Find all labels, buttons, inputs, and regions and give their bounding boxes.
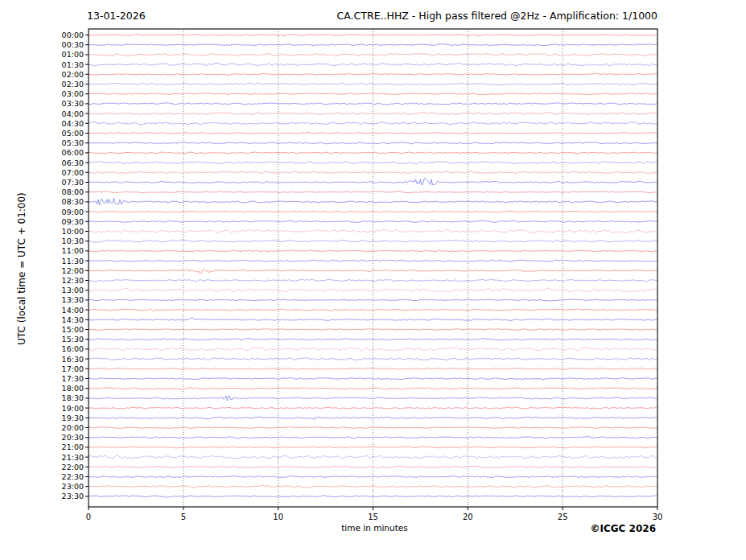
y-tick-label: 01:00 <box>0 50 84 59</box>
trace-row <box>89 485 657 488</box>
y-tick-label: 23:00 <box>0 482 84 491</box>
y-tick-label: 00:00 <box>0 31 84 39</box>
y-tick-label: 10:00 <box>0 227 84 236</box>
trace-row <box>89 162 657 164</box>
y-tick-label: 08:30 <box>0 197 84 206</box>
plot-title: CA.CTRE..HHZ - High pass filtered @2Hz -… <box>337 10 657 22</box>
y-tick-label: 21:30 <box>0 453 84 462</box>
y-tick-label: 20:30 <box>0 433 84 442</box>
y-tick-label: 04:30 <box>0 119 84 128</box>
y-tick-label: 09:30 <box>0 217 84 226</box>
y-tick-label: 19:00 <box>0 404 84 413</box>
y-tick-label: 16:30 <box>0 355 84 364</box>
y-tick-label: 07:30 <box>0 178 84 187</box>
y-tick-label: 14:30 <box>0 315 84 324</box>
trace-row <box>89 437 657 439</box>
x-tick-label: 5 <box>167 513 200 522</box>
y-tick-label: 12:30 <box>0 276 84 285</box>
y-tick-label: 17:30 <box>0 374 84 383</box>
y-tick-label: 17:00 <box>0 364 84 373</box>
y-tick-label: 08:00 <box>0 187 84 196</box>
helicorder-figure: 13-01-2026 CA.CTRE..HHZ - High pass filt… <box>0 0 746 560</box>
plot-canvas <box>0 0 746 560</box>
y-tick-label: 22:30 <box>0 472 84 481</box>
trace-row <box>89 368 657 369</box>
y-tick-label: 06:00 <box>0 148 84 157</box>
y-tick-label: 03:30 <box>0 99 84 108</box>
trace-row <box>89 73 657 75</box>
y-tick-label: 13:00 <box>0 286 84 294</box>
y-tick-label: 20:00 <box>0 423 84 432</box>
y-tick-label: 05:30 <box>0 138 84 147</box>
y-tick-label: 18:00 <box>0 384 84 393</box>
y-tick-label: 16:00 <box>0 344 84 353</box>
y-tick-label: 09:00 <box>0 208 84 216</box>
y-tick-label: 02:30 <box>0 80 84 89</box>
y-tick-label: 21:00 <box>0 443 84 451</box>
x-tick-label: 30 <box>641 513 674 522</box>
trace-row <box>89 496 657 497</box>
date-label: 13-01-2026 <box>87 10 146 22</box>
y-tick-label: 15:00 <box>0 325 84 334</box>
y-tick-label: 07:00 <box>0 168 84 177</box>
y-tick-label: 05:00 <box>0 129 84 138</box>
y-tick-label: 14:00 <box>0 306 84 315</box>
trace-row <box>89 103 657 105</box>
trace-row <box>89 211 657 212</box>
trace-row <box>89 427 657 429</box>
x-tick-label: 25 <box>546 513 579 522</box>
y-tick-label: 01:30 <box>0 60 84 69</box>
y-tick-label: 04:00 <box>0 109 84 118</box>
y-tick-label: 13:30 <box>0 295 84 304</box>
y-tick-label: 23:30 <box>0 492 84 500</box>
trace-row <box>89 329 657 331</box>
trace-row <box>89 191 657 193</box>
x-tick-label: 10 <box>262 513 295 522</box>
trace-row <box>89 113 657 115</box>
y-tick-label: 06:30 <box>0 159 84 167</box>
y-tick-label: 03:00 <box>0 89 84 98</box>
x-tick-label: 0 <box>72 513 105 522</box>
trace-row <box>89 198 657 205</box>
y-tick-label: 12:00 <box>0 266 84 275</box>
trace-row <box>89 288 657 291</box>
trace-row <box>89 466 657 467</box>
trace-row <box>89 455 657 459</box>
y-tick-label: 10:30 <box>0 237 84 245</box>
trace-row <box>89 417 657 419</box>
y-tick-label: 15:30 <box>0 335 84 344</box>
x-tick-label: 20 <box>451 513 484 522</box>
copyright-credit: ©ICGC 2026 <box>590 523 656 534</box>
y-tick-label: 19:30 <box>0 414 84 422</box>
y-tick-label: 22:00 <box>0 463 84 471</box>
y-tick-label: 11:00 <box>0 246 84 255</box>
x-tick-label: 15 <box>357 513 389 522</box>
y-tick-label: 00:30 <box>0 40 84 49</box>
x-axis-title: time in minutes <box>90 523 659 533</box>
y-tick-label: 11:30 <box>0 257 84 266</box>
y-tick-label: 18:30 <box>0 393 84 402</box>
y-tick-label: 02:00 <box>0 70 84 79</box>
